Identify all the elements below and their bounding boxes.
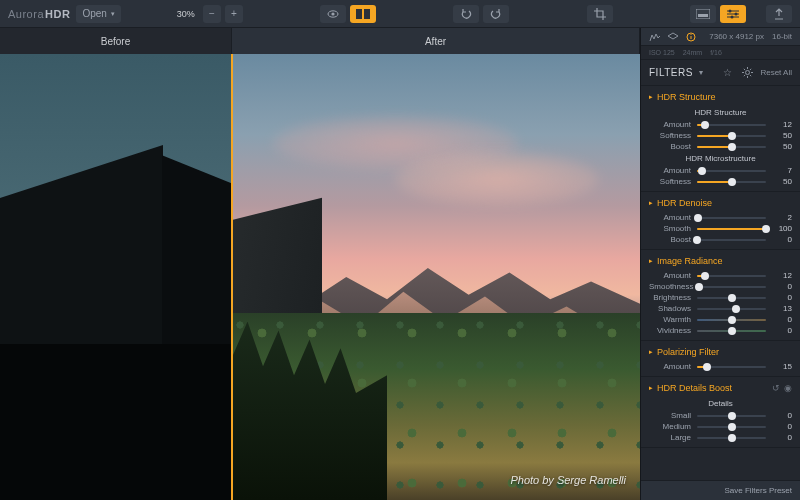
slider-knob[interactable] (728, 143, 736, 151)
app-window: AuroraHDR Open ▾ 30% − + (0, 0, 800, 500)
slider-row: Softness 50 (641, 130, 800, 141)
svg-rect-2 (356, 9, 362, 19)
crop-icon (594, 8, 606, 20)
zoom-in-button[interactable]: + (225, 5, 243, 23)
slider-knob[interactable] (728, 434, 736, 442)
export-button[interactable] (766, 5, 792, 23)
slider-row: Amount 15 (641, 361, 800, 372)
filter-section-name: HDR Details Boost (657, 383, 732, 393)
slider-value: 12 (772, 120, 792, 129)
eye-icon (327, 9, 339, 19)
info-icon[interactable] (685, 31, 697, 43)
star-favorites-icon[interactable]: ☆ (720, 66, 734, 80)
slider-track[interactable] (697, 363, 766, 371)
slider-track[interactable] (697, 178, 766, 186)
slider-track[interactable] (697, 167, 766, 175)
slider-row: Shadows 13 (641, 303, 800, 314)
compare-icon (356, 9, 370, 19)
slider-knob[interactable] (728, 412, 736, 420)
after-image: Photo by Serge Ramelli (232, 54, 640, 500)
filter-section-header[interactable]: ▸ Polarizing Filter (641, 341, 800, 361)
slider-knob[interactable] (693, 236, 701, 244)
slider-track[interactable] (697, 214, 766, 222)
compare-view-button[interactable] (350, 5, 376, 23)
filters-title[interactable]: FILTERS (649, 67, 693, 78)
slider-row: Amount 12 (641, 119, 800, 130)
zoom-value[interactable]: 30% (173, 9, 199, 19)
crop-button[interactable] (587, 5, 613, 23)
save-preset-button[interactable]: Save Filters Preset (724, 486, 792, 495)
slider-row: Warmth 0 (641, 314, 800, 325)
redo-button[interactable] (483, 5, 509, 23)
slider-track[interactable] (697, 225, 766, 233)
slider-track[interactable] (697, 121, 766, 129)
slider-track[interactable] (697, 412, 766, 420)
slider-track[interactable] (697, 236, 766, 244)
svg-line-22 (744, 75, 745, 76)
filters-panel-button[interactable] (720, 5, 746, 23)
slider-knob[interactable] (701, 121, 709, 129)
visibility-icon[interactable]: ◉ (784, 383, 792, 393)
slider-knob[interactable] (732, 305, 740, 313)
slider-track[interactable] (697, 434, 766, 442)
slider-knob[interactable] (701, 272, 709, 280)
slider-row: Boost 50 (641, 141, 800, 152)
filter-section-header[interactable]: ▸ HDR Structure (641, 86, 800, 106)
filter-section: ▸ Polarizing Filter Amount 15 (641, 341, 800, 377)
slider-label: Amount (649, 271, 691, 280)
export-icon (774, 8, 784, 20)
slider-track[interactable] (697, 316, 766, 324)
compare-divider[interactable] (231, 54, 233, 500)
slider-track[interactable] (697, 423, 766, 431)
slider-track[interactable] (697, 132, 766, 140)
presets-panel-button[interactable] (690, 5, 716, 23)
slider-knob[interactable] (703, 363, 711, 371)
slider-track[interactable] (697, 327, 766, 335)
exif-aperture: f/16 (710, 49, 722, 56)
preview-original-button[interactable] (320, 5, 346, 23)
undo-button[interactable] (453, 5, 479, 23)
compare-header: Before After (0, 28, 640, 54)
layers-meta-icon[interactable] (667, 31, 679, 43)
filter-section: ▸ Image Radiance Amount 12Smoothness 0Br… (641, 250, 800, 341)
brand-suffix: HDR (45, 8, 70, 20)
reset-all-button[interactable]: Reset All (760, 68, 792, 77)
histogram-icon[interactable] (649, 31, 661, 43)
gear-icon[interactable] (740, 66, 754, 80)
zoom-group: 30% − + (173, 5, 243, 23)
slider-knob[interactable] (728, 132, 736, 140)
image-canvas[interactable]: Photo by Serge Ramelli (0, 54, 640, 500)
slider-row: Amount 2 (641, 212, 800, 223)
slider-row: Boost 0 (641, 234, 800, 245)
before-label: Before (0, 28, 232, 54)
slider-label: Vividness (649, 326, 691, 335)
slider-knob[interactable] (728, 294, 736, 302)
slider-knob[interactable] (694, 214, 702, 222)
slider-knob[interactable] (728, 178, 736, 186)
slider-knob[interactable] (698, 167, 706, 175)
slider-label: Warmth (649, 315, 691, 324)
right-panel: 7360 x 4912 px 16-bit ISO 125 24mm f/16 … (640, 28, 800, 500)
filter-section-header[interactable]: ▸ HDR Denoise (641, 192, 800, 212)
slider-row: Softness 50 (641, 176, 800, 187)
slider-track[interactable] (697, 305, 766, 313)
zoom-out-button[interactable]: − (203, 5, 221, 23)
filter-section-header[interactable]: ▸ HDR Details Boost ↺ ◉ (641, 377, 800, 397)
reset-section-icon[interactable]: ↺ (772, 383, 780, 393)
slider-knob[interactable] (762, 225, 770, 233)
slider-label: Amount (649, 166, 691, 175)
slider-track[interactable] (697, 143, 766, 151)
slider-track[interactable] (697, 272, 766, 280)
slider-label: Amount (649, 213, 691, 222)
filter-section-header[interactable]: ▸ Image Radiance (641, 250, 800, 270)
slider-row: Amount 7 (641, 165, 800, 176)
slider-knob[interactable] (728, 423, 736, 431)
slider-track[interactable] (697, 294, 766, 302)
filter-subhead: HDR Microstructure (641, 152, 800, 165)
slider-knob[interactable] (728, 327, 736, 335)
disclosure-triangle-icon: ▸ (649, 348, 653, 356)
open-button[interactable]: Open ▾ (76, 5, 120, 23)
slider-knob[interactable] (695, 283, 703, 291)
slider-track[interactable] (699, 283, 766, 291)
slider-knob[interactable] (728, 316, 736, 324)
